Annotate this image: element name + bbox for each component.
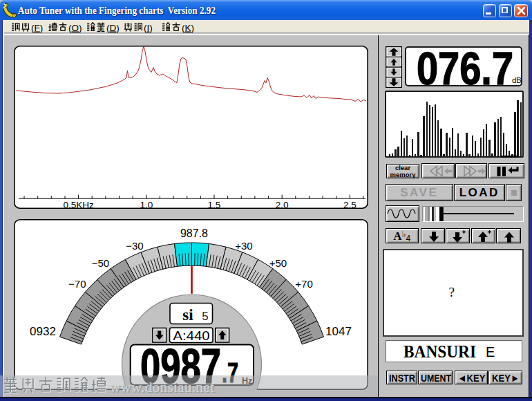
svg-text:2.0: 2.0 bbox=[276, 200, 289, 209]
svg-text:Auto Tuner with the Fingering: Auto Tuner with the Fingering charts Ver… bbox=[18, 6, 216, 16]
svg-text:+50: +50 bbox=[269, 257, 287, 269]
svg-text:+30: +30 bbox=[235, 240, 252, 252]
svg-text:BANSURI: BANSURI bbox=[403, 342, 476, 361]
svg-text:UMENT: UMENT bbox=[421, 372, 451, 384]
svg-text:(F): (F) bbox=[31, 22, 43, 32]
svg-text:(D): (D) bbox=[106, 22, 120, 32]
svg-text:INSTR: INSTR bbox=[389, 372, 415, 384]
svg-text:(I): (I) bbox=[144, 22, 153, 32]
svg-text:−70: −70 bbox=[68, 278, 86, 290]
svg-text:−30: −30 bbox=[126, 240, 143, 252]
svg-text:◄KEY: ◄KEY bbox=[458, 372, 486, 384]
svg-text:(O): (O) bbox=[68, 22, 82, 32]
svg-text:KEY►: KEY► bbox=[492, 372, 520, 384]
svg-text:076.7: 076.7 bbox=[417, 48, 513, 86]
svg-text:www.donsiau.net: www.donsiau.net bbox=[110, 379, 214, 395]
svg-text:dB: dB bbox=[511, 76, 520, 84]
svg-text:1047: 1047 bbox=[325, 325, 352, 338]
svg-text:(K): (K) bbox=[182, 22, 194, 32]
svg-text:1.5: 1.5 bbox=[208, 200, 221, 209]
svg-text:0.5KHz: 0.5KHz bbox=[63, 200, 94, 209]
svg-text:5: 5 bbox=[202, 310, 208, 323]
svg-text:2.5: 2.5 bbox=[343, 200, 357, 209]
svg-text:0932: 0932 bbox=[30, 325, 56, 338]
svg-text:1.0: 1.0 bbox=[140, 200, 153, 209]
svg-text:−50: −50 bbox=[92, 257, 109, 269]
svg-text:+70: +70 bbox=[295, 278, 312, 290]
svg-text:E: E bbox=[486, 344, 495, 360]
svg-text:si: si bbox=[182, 306, 193, 324]
svg-text:987.8: 987.8 bbox=[180, 227, 208, 239]
